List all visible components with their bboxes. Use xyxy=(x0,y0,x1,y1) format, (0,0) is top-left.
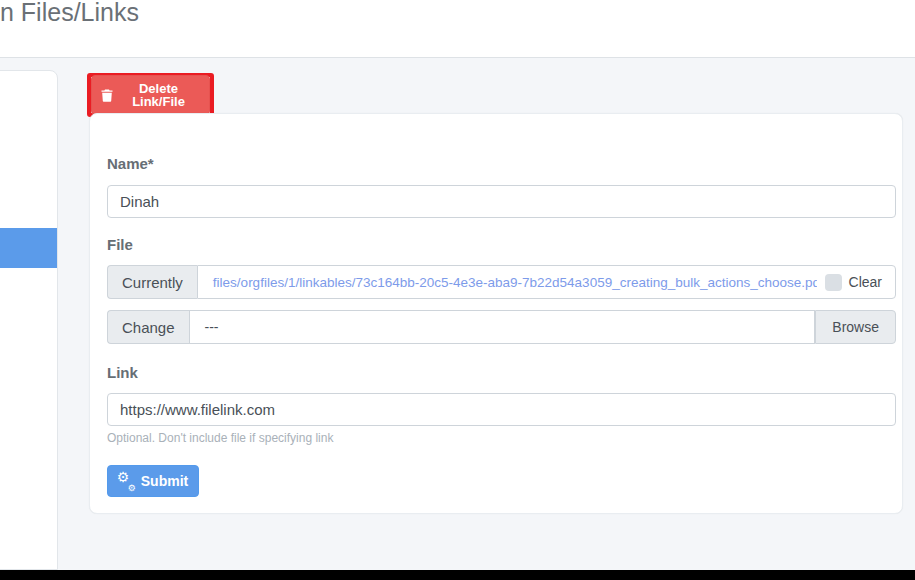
name-input[interactable] xyxy=(107,185,896,218)
page: n Files/Links Delete Link/File Name* Fil… xyxy=(0,0,915,580)
annotation-highlight-box: Delete Link/File xyxy=(87,73,214,117)
current-file-link[interactable]: files/orgfiles/1/linkables/73c164bb-20c5… xyxy=(198,275,817,290)
bottom-bar xyxy=(0,570,915,580)
edit-file-link-card: Name* File Currently files/orgfiles/1/li… xyxy=(89,113,903,514)
submit-button-label: Submit xyxy=(141,473,188,489)
clear-label: Clear xyxy=(849,274,882,290)
sidebar xyxy=(0,70,58,570)
submit-button[interactable]: ⚙ ⚙ Submit xyxy=(107,465,199,497)
currently-prefix: Currently xyxy=(107,265,197,299)
link-label: Link xyxy=(107,365,138,381)
page-title: n Files/Links xyxy=(0,0,139,26)
link-help-text: Optional. Don't include file if specifyi… xyxy=(107,431,333,445)
change-file-body[interactable]: --- xyxy=(189,310,816,344)
name-label: Name* xyxy=(107,156,154,172)
file-change-group: Change --- Browse xyxy=(107,310,896,344)
delete-button-label: Delete Link/File xyxy=(118,82,199,108)
page-header: n Files/Links xyxy=(0,0,915,58)
file-currently-group: Currently files/orgfiles/1/linkables/73c… xyxy=(107,265,896,299)
change-file-value: --- xyxy=(190,319,815,335)
delete-link-file-button[interactable]: Delete Link/File xyxy=(91,75,210,115)
link-input[interactable] xyxy=(107,393,896,426)
sidebar-active-item[interactable] xyxy=(0,228,57,268)
trash-icon xyxy=(101,89,113,102)
browse-button[interactable]: Browse xyxy=(815,310,896,344)
clear-checkbox[interactable] xyxy=(825,274,842,291)
file-label: File xyxy=(107,237,133,253)
cogs-icon: ⚙ ⚙ xyxy=(118,473,135,489)
current-file-body: files/orgfiles/1/linkables/73c164bb-20c5… xyxy=(197,265,896,299)
clear-control: Clear xyxy=(817,274,895,291)
change-prefix: Change xyxy=(107,310,189,344)
